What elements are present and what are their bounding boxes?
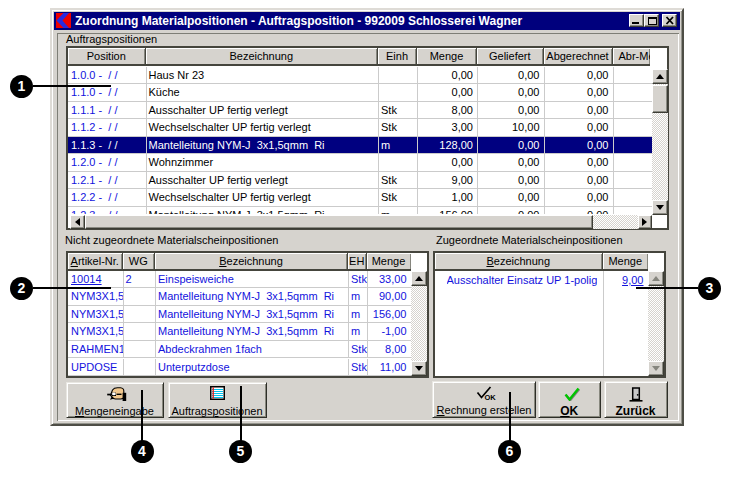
svg-text:OK: OK <box>485 393 497 401</box>
